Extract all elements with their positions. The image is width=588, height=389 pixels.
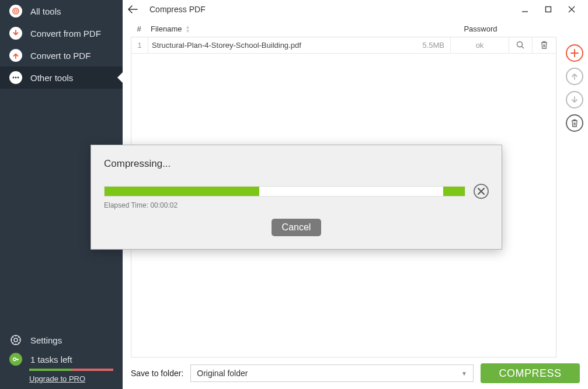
sidebar-item-convert-from-pdf[interactable]: Convert from PDF [0,22,123,44]
close-icon [477,187,485,195]
row-preview-button[interactable] [509,37,533,53]
sidebar-item-label: Settings [30,335,62,345]
spiral-icon [9,5,22,17]
tasks-left: 1 tasks left [0,351,123,367]
trash-icon [540,41,548,50]
svg-point-6 [14,338,18,342]
tasks-progress-bar [29,369,113,371]
main: Compress PDF # Filename ▲▼ Password [123,0,588,389]
arrow-up-icon [570,72,579,80]
row-filename: Structural-Plan-4-Storey-School-Building… [152,41,419,50]
table-row[interactable]: 1 Structural-Plan-4-Storey-School-Buildi… [131,37,556,54]
arrow-up-icon [9,49,22,62]
svg-point-1 [15,10,17,12]
folder-select[interactable]: Original folder ▼ [190,365,474,382]
svg-point-4 [18,77,19,79]
sidebar-item-convert-to-pdf[interactable]: Convert to PDF [0,44,123,66]
sidebar-item-label: Convert to PDF [30,51,91,61]
arrow-down-icon [570,96,579,104]
clear-all-button[interactable] [566,114,583,132]
cancel-button[interactable]: Cancel [272,219,322,236]
chevron-down-icon: ▼ [461,370,467,377]
sidebar-item-other-tools[interactable]: Other tools [0,66,123,89]
progress-title: Compressing... [104,158,489,170]
sidebar-item-label: All tools [30,6,61,16]
sidebar-item-settings[interactable]: Settings [0,329,123,351]
sidebar-item-label: Other tools [30,73,73,83]
trash-icon [570,119,579,128]
row-password: ok [451,37,509,53]
sort-icon: ▲▼ [185,25,190,33]
arrow-down-icon [9,27,22,40]
dots-icon [9,71,22,84]
row-delete-button[interactable] [533,37,556,53]
tasks-left-label: 1 tasks left [30,355,72,365]
svg-point-2 [13,77,15,79]
key-icon [9,353,22,366]
add-file-button[interactable] [566,44,583,62]
close-button[interactable] [560,1,583,17]
plus-icon [570,48,579,58]
row-number: 1 [131,41,148,50]
progress-dialog: Compressing... Elapsed Time: 00:00:02 Ca… [91,145,502,250]
compress-button[interactable]: COMPRESS [481,363,580,383]
table-header: # Filename ▲▼ Password [131,21,556,37]
move-up-button[interactable] [566,68,583,85]
svg-point-7 [13,358,16,361]
row-filesize: 5.5MB [422,41,450,50]
maximize-button[interactable] [537,1,560,17]
progress-bar [104,186,465,197]
progress-close-button[interactable] [474,184,489,199]
titlebar: Compress PDF [123,0,588,19]
svg-rect-8 [546,6,551,12]
side-toolbar [561,19,588,358]
save-to-label: Save to folder: [131,369,183,378]
search-icon [516,41,525,50]
col-filename-header[interactable]: Filename ▲▼ [147,24,451,33]
svg-point-5 [11,335,20,345]
minimize-button[interactable] [513,1,537,17]
svg-point-3 [15,77,17,79]
sidebar-item-label: Convert from PDF [30,29,101,38]
svg-point-0 [13,8,19,14]
footer: Save to folder: Original folder ▼ COMPRE… [123,358,588,389]
move-down-button[interactable] [566,91,583,108]
sidebar-item-all-tools[interactable]: All tools [0,0,123,22]
col-password-header[interactable]: Password [451,24,510,33]
folder-select-value: Original folder [197,369,248,378]
page-title: Compress PDF [149,5,206,14]
col-number-header[interactable]: # [131,24,147,33]
upgrade-link[interactable]: Upgrade to PRO [29,374,123,383]
svg-point-9 [517,42,523,47]
elapsed-time: Elapsed Time: 00:00:02 [104,201,489,209]
back-button[interactable] [127,5,139,13]
gear-icon [9,334,22,346]
